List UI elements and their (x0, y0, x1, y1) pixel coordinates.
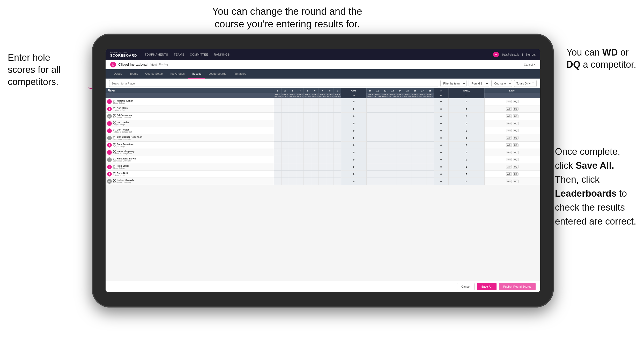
hole-4-score[interactable] (296, 113, 304, 120)
hole-1-score[interactable] (274, 178, 281, 185)
score-input-h12[interactable] (381, 171, 389, 178)
hole-12-score[interactable] (381, 105, 389, 113)
hole-9-score[interactable] (334, 142, 341, 149)
hole-12-score[interactable] (381, 113, 389, 120)
score-input-h6[interactable] (311, 127, 319, 134)
score-input-h16[interactable] (411, 120, 419, 127)
hole-1-score[interactable] (274, 156, 281, 163)
nav-teams[interactable]: TEAMS (174, 53, 184, 56)
hole-6-score[interactable] (311, 149, 319, 156)
score-input-h17[interactable] (419, 127, 426, 134)
hole-16-score[interactable] (411, 149, 419, 156)
hole-3-score[interactable] (289, 127, 296, 134)
score-input-h9[interactable] (334, 134, 341, 141)
score-input-h1[interactable] (274, 98, 281, 105)
score-input-h10[interactable] (367, 113, 374, 120)
score-input-h16[interactable] (411, 142, 419, 149)
score-input-h18[interactable] (426, 113, 434, 120)
score-input-h11[interactable] (374, 127, 381, 134)
dq-button[interactable]: DQ (513, 107, 519, 111)
score-input-h2[interactable] (282, 171, 289, 178)
hole-6-score[interactable] (311, 113, 319, 120)
wd-button[interactable]: WD (506, 172, 512, 176)
wd-button[interactable]: WD (506, 165, 512, 168)
score-input-h1[interactable] (274, 105, 281, 112)
hole-4-score[interactable] (296, 142, 304, 149)
wd-button[interactable]: WD (506, 122, 512, 125)
hole-9-score[interactable] (334, 156, 341, 163)
score-input-h4[interactable] (296, 98, 304, 105)
score-input-h8[interactable] (326, 163, 334, 170)
score-input-h14[interactable] (396, 149, 404, 156)
hole-12-score[interactable] (381, 120, 389, 127)
hole-5-score[interactable] (304, 134, 311, 142)
hole-17-score[interactable] (419, 163, 426, 171)
hole-11-score[interactable] (374, 120, 381, 127)
hole-11-score[interactable] (374, 113, 381, 120)
tab-teams[interactable]: Teams (126, 69, 142, 79)
hole-3-score[interactable] (289, 142, 296, 149)
hole-9-score[interactable] (334, 113, 341, 120)
dq-button[interactable]: DQ (513, 143, 519, 147)
score-input-h9[interactable] (334, 163, 341, 170)
score-input-h16[interactable] (411, 178, 419, 185)
hole-13-score[interactable] (389, 127, 396, 134)
hole-7-score[interactable] (319, 105, 326, 113)
hole-18-score[interactable] (426, 149, 434, 156)
score-input-h17[interactable] (419, 149, 426, 156)
hole-6-score[interactable] (311, 134, 319, 142)
score-input-h11[interactable] (374, 178, 381, 185)
score-input-h18[interactable] (426, 134, 434, 141)
hole-17-score[interactable] (419, 127, 426, 134)
hole-15-score[interactable] (404, 149, 411, 156)
score-input-h9[interactable] (334, 149, 341, 156)
hole-13-score[interactable] (389, 105, 396, 113)
score-input-h12[interactable] (381, 163, 389, 170)
hole-15-score[interactable] (404, 98, 411, 105)
dq-button[interactable]: DQ (513, 172, 519, 176)
hole-7-score[interactable] (319, 171, 326, 178)
hole-8-score[interactable] (326, 171, 334, 178)
hole-17-score[interactable] (419, 156, 426, 163)
score-input-h1[interactable] (274, 178, 281, 185)
score-input-h15[interactable] (404, 98, 411, 105)
hole-1-score[interactable] (274, 149, 281, 156)
hole-4-score[interactable] (296, 134, 304, 142)
hole-14-score[interactable] (396, 98, 404, 105)
score-input-h7[interactable] (319, 178, 326, 185)
score-input-h14[interactable] (396, 142, 404, 149)
score-input-h1[interactable] (274, 127, 281, 134)
score-input-h7[interactable] (319, 127, 326, 134)
search-input[interactable] (109, 80, 439, 87)
score-input-h15[interactable] (404, 178, 411, 185)
score-input-h15[interactable] (404, 134, 411, 141)
score-input-h17[interactable] (419, 156, 426, 163)
hole-1-score[interactable] (274, 163, 281, 171)
score-input-h6[interactable] (311, 149, 319, 156)
hole-16-score[interactable] (411, 171, 419, 178)
score-input-h12[interactable] (381, 134, 389, 141)
score-input-h2[interactable] (282, 98, 289, 105)
score-input-h3[interactable] (289, 178, 296, 185)
tab-course-setup[interactable]: Course Setup (142, 69, 166, 79)
hole-10-score[interactable] (366, 127, 374, 134)
score-input-h13[interactable] (389, 105, 396, 112)
score-input-h2[interactable] (282, 120, 289, 127)
hole-3-score[interactable] (289, 120, 296, 127)
score-input-h16[interactable] (411, 149, 419, 156)
hole-14-score[interactable] (396, 149, 404, 156)
hole-13-score[interactable] (389, 98, 396, 105)
hole-3-score[interactable] (289, 178, 296, 185)
hole-1-score[interactable] (274, 142, 281, 149)
hole-2-score[interactable] (281, 178, 289, 185)
hole-12-score[interactable] (381, 171, 389, 178)
hole-17-score[interactable] (419, 171, 426, 178)
score-input-h11[interactable] (374, 113, 381, 120)
hole-18-score[interactable] (426, 105, 434, 113)
score-input-h16[interactable] (411, 98, 419, 105)
hole-1-score[interactable] (274, 134, 281, 142)
hole-8-score[interactable] (326, 120, 334, 127)
score-input-h8[interactable] (326, 98, 334, 105)
hole-8-score[interactable] (326, 156, 334, 163)
score-input-h11[interactable] (374, 163, 381, 170)
